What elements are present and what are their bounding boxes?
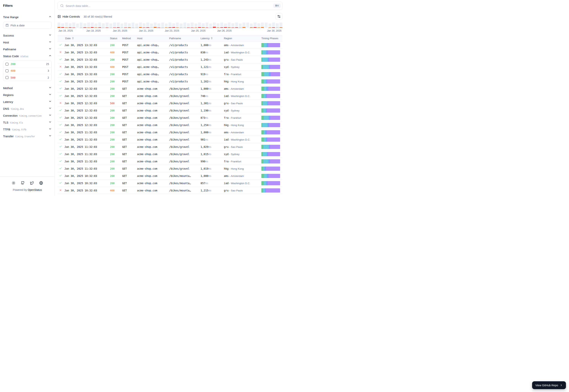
- timeline-bar[interactable]: [69, 22, 71, 28]
- timeline-bar[interactable]: [124, 22, 127, 28]
- timeline-bar[interactable]: [72, 22, 75, 28]
- timeline-bar[interactable]: [257, 22, 260, 28]
- timeline-bar[interactable]: [128, 22, 131, 28]
- filter-section-toggle-latency[interactable]: Latency: [3, 98, 52, 105]
- timing-phases-bar[interactable]: [261, 79, 280, 84]
- timeline-bar[interactable]: [150, 22, 153, 28]
- filter-section-toggle-dns[interactable]: DNS timing.dns: [3, 105, 52, 112]
- filter-section-toggle-tls[interactable]: TLS timing.tls: [3, 119, 52, 126]
- timing-phases-bar[interactable]: [261, 87, 280, 91]
- timing-phases-bar[interactable]: [261, 130, 280, 134]
- status-option-200[interactable]: 200 25: [3, 61, 51, 68]
- timeline-bar[interactable]: [235, 22, 238, 28]
- timeline-bar[interactable]: [272, 22, 275, 28]
- timing-phases-bar[interactable]: [261, 145, 280, 149]
- timing-phases-bar[interactable]: [261, 188, 280, 193]
- table-row[interactable]: Jan 30, 2025 11:32:03 200 GET acme-shop.…: [57, 165, 282, 172]
- table-row[interactable]: Jan 30, 2025 12:32:03 200 GET acme-shop.…: [57, 85, 282, 92]
- status-checkbox-400[interactable]: [6, 70, 8, 72]
- timeline-bar[interactable]: [250, 22, 253, 28]
- filter-section-toggle-status-code[interactable]: Status Code status: [3, 53, 52, 59]
- status-checkbox-500[interactable]: [6, 76, 8, 79]
- timeline-bar[interactable]: [61, 22, 64, 28]
- status-option-400[interactable]: 400 3: [3, 68, 51, 74]
- timing-phases-bar[interactable]: [261, 138, 280, 142]
- table-row[interactable]: Jan 30, 2025 11:32:03 200 GET acme-shop.…: [57, 136, 282, 143]
- filter-section-toggle-ttfb[interactable]: TTFB timing.ttfb: [3, 126, 52, 133]
- github-button[interactable]: [21, 181, 25, 185]
- timeline-bar[interactable]: [191, 22, 194, 28]
- timeline-bar[interactable]: [161, 22, 164, 28]
- timing-phases-bar[interactable]: [261, 167, 280, 171]
- timeline-bar[interactable]: [98, 22, 101, 28]
- timing-phases-bar[interactable]: [261, 174, 280, 178]
- table-row[interactable]: Jan 30, 2025 13:32:03 400 POST api.acme-…: [57, 63, 282, 70]
- timeline-bar[interactable]: [139, 22, 142, 28]
- timeline-bar[interactable]: [217, 22, 220, 28]
- timeline-bar[interactable]: [180, 22, 182, 28]
- filter-section-toggle-connection[interactable]: Connection timing.connection: [3, 112, 52, 119]
- timeline-bar[interactable]: [242, 22, 245, 28]
- timeline-bar[interactable]: [102, 22, 105, 28]
- filter-section-toggle-success[interactable]: Success: [3, 32, 52, 39]
- table-row[interactable]: Jan 30, 2025 13:32:03 200 POST api.acme-…: [57, 56, 282, 63]
- column-header-latency[interactable]: Latency: [199, 37, 222, 40]
- table-row[interactable]: Jan 30, 2025 13:32:03 200 POST api.acme-…: [57, 78, 282, 85]
- timeline-bar[interactable]: [172, 22, 175, 28]
- table-row[interactable]: Jan 30, 2025 12:32:03 500 GET acme-shop.…: [57, 100, 282, 107]
- timing-phases-bar[interactable]: [261, 65, 280, 69]
- timeline-bar[interactable]: [246, 22, 249, 28]
- hide-controls-button[interactable]: Hide Controls: [57, 15, 80, 18]
- filter-section-toggle-method[interactable]: Method: [3, 84, 52, 91]
- timeline-bar[interactable]: [213, 22, 216, 28]
- table-row[interactable]: Jan 30, 2025 11:32:03 200 GET acme-shop.…: [57, 143, 282, 151]
- timeline-bar[interactable]: [168, 22, 171, 28]
- table-row[interactable]: Jan 30, 2025 12:32:03 200 GET acme-shop.…: [57, 107, 282, 114]
- status-checkbox-200[interactable]: [6, 63, 8, 66]
- timeline-bar[interactable]: [231, 22, 234, 28]
- timeline-bar[interactable]: [206, 22, 208, 28]
- filter-section-toggle-transfer[interactable]: Transfer timing.transfer: [3, 133, 52, 140]
- timing-phases-bar[interactable]: [261, 181, 280, 185]
- timeline-bar[interactable]: [224, 22, 227, 28]
- timeline-bar[interactable]: [202, 22, 205, 28]
- table-row[interactable]: Jan 30, 2025 10:32:03 200 GET acme-shop.…: [57, 172, 282, 180]
- openstatus-link[interactable]: OpenStatus: [28, 188, 42, 192]
- table-row[interactable]: Jan 30, 2025 13:32:03 200 POST api.acme-…: [57, 42, 282, 49]
- table-row[interactable]: Jan 30, 2025 13:32:03 200 POST api.acme-…: [57, 70, 282, 78]
- timeline-bar[interactable]: [228, 22, 231, 28]
- timeline-bar[interactable]: [261, 22, 264, 28]
- timing-phases-bar[interactable]: [261, 159, 280, 164]
- date-picker-input[interactable]: Pick a date: [3, 22, 52, 29]
- filter-section-toggle-host[interactable]: Host: [3, 39, 52, 46]
- timeline-bar[interactable]: [279, 22, 282, 28]
- timeline-bar[interactable]: [268, 22, 271, 28]
- table-row[interactable]: Jan 30, 2025 12:32:03 200 GET acme-shop.…: [57, 114, 282, 121]
- timeline-bar[interactable]: [106, 22, 108, 28]
- filter-section-toggle-pathname[interactable]: Pathname: [3, 46, 52, 53]
- timing-phases-bar[interactable]: [261, 152, 280, 156]
- timeline-bar[interactable]: [87, 22, 90, 28]
- timeline-bar[interactable]: [135, 22, 138, 28]
- timing-phases-bar[interactable]: [261, 116, 280, 120]
- timeline-bar[interactable]: [220, 22, 223, 28]
- timing-phases-bar[interactable]: [261, 94, 280, 98]
- twitter-button[interactable]: [30, 181, 34, 185]
- timeline-bar[interactable]: [265, 22, 267, 28]
- filter-section-toggle-regions[interactable]: Regions: [3, 91, 52, 98]
- table-row[interactable]: Jan 30, 2025 12:32:03 200 GET acme-shop.…: [57, 121, 282, 129]
- table-row[interactable]: Jan 30, 2025 10:32:03 400 GET acme-shop.…: [57, 187, 282, 194]
- timeline-bar[interactable]: [276, 22, 278, 28]
- timeline-bar[interactable]: [146, 22, 149, 28]
- sort-icon-latency[interactable]: [210, 37, 213, 40]
- timeline-bar[interactable]: [157, 22, 160, 28]
- timing-phases-bar[interactable]: [261, 72, 280, 76]
- timeline-bar[interactable]: [198, 22, 201, 28]
- filter-section-toggle-time-range[interactable]: Time Range: [3, 14, 52, 20]
- timeline-bar[interactable]: [76, 22, 79, 28]
- timeline-bar[interactable]: [113, 22, 116, 28]
- timing-phases-bar[interactable]: [261, 57, 280, 62]
- timeline-bar[interactable]: [57, 22, 60, 28]
- timeline-bar[interactable]: [65, 22, 68, 28]
- table-row[interactable]: Jan 30, 2025 10:32:03 200 GET acme-shop.…: [57, 180, 282, 187]
